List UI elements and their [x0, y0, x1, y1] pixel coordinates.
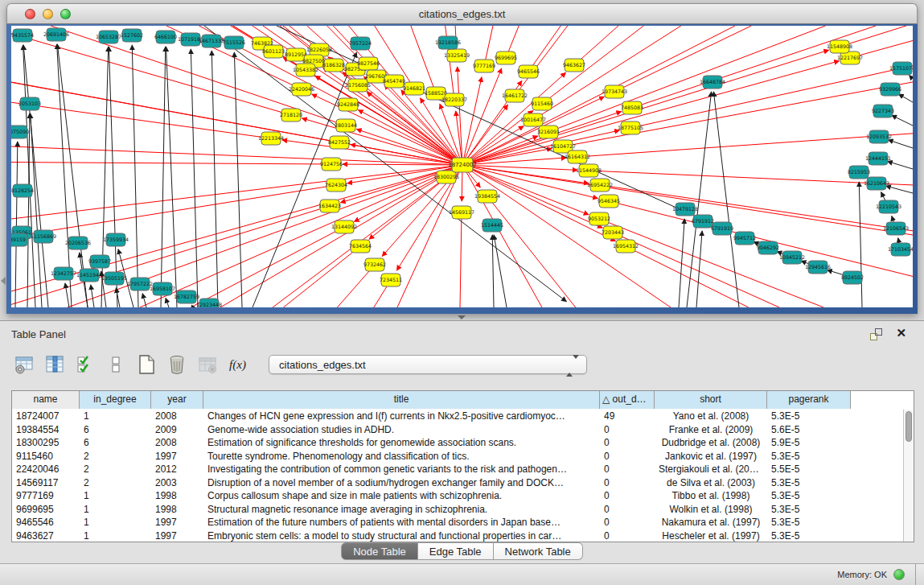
graph-node[interactable]: 12444151 [865, 152, 891, 165]
graph-node[interactable]: 18775105 [618, 122, 643, 134]
graph-node[interactable]: 6466100 [154, 31, 177, 43]
graph-node[interactable]: 9053212 [588, 212, 610, 225]
graph-node[interactable]: 2053103 [18, 97, 41, 110]
graph-node[interactable]: 12093532 [866, 130, 892, 143]
column-header-short[interactable]: short [655, 391, 767, 409]
graph-node[interactable]: 10945212 [779, 251, 805, 264]
show-column-icon[interactable] [43, 354, 65, 376]
graph-node[interactable]: 12923448 [196, 299, 222, 307]
graph-node[interactable]: 8186328 [322, 59, 345, 72]
graph-node[interactable]: 18724007 [448, 158, 477, 172]
graph-node[interactable]: 1634423 [318, 200, 341, 212]
graph-node[interactable]: 7203443 [602, 226, 624, 239]
graph-node[interactable]: 6791919 [711, 222, 733, 235]
graph-node[interactable]: 12210543 [876, 200, 901, 213]
graph-node[interactable]: 16648784 [700, 76, 725, 89]
graph-node[interactable]: 16210643 [864, 177, 889, 190]
graph-node[interactable]: 7634564 [349, 240, 372, 253]
graph-node[interactable]: 13505195 [101, 272, 127, 285]
graph-node[interactable]: 12213344 [258, 132, 284, 145]
column-header-name[interactable]: name [12, 391, 80, 409]
graph-node[interactable]: 10719185 [178, 33, 203, 46]
delete-rows-icon[interactable] [166, 354, 187, 376]
graph-node[interactable]: 10479128 [672, 203, 698, 216]
table-row[interactable]: 946554611997Estimation of the future num… [12, 516, 903, 529]
graph-node[interactable]: 9227343 [872, 105, 894, 117]
graph-node[interactable]: 10543382 [293, 64, 318, 76]
graph-node[interactable]: 16954222 [587, 179, 613, 192]
graph-node[interactable]: 9546345 [598, 195, 620, 208]
splitter-collapse-icon[interactable] [458, 315, 466, 319]
graph-node[interactable]: 9115460 [531, 97, 553, 110]
graph-node[interactable]: 21756085 [345, 79, 371, 92]
close-panel-icon[interactable]: ✕ [896, 326, 906, 340]
tab-network-table[interactable]: Network Table [494, 542, 583, 560]
graph-node[interactable]: 16958107 [150, 282, 175, 295]
graph-node[interactable]: 15751074 [889, 62, 913, 75]
graph-node[interactable]: 7957224 [349, 37, 372, 50]
graph-node[interactable]: 9435574 [11, 29, 34, 42]
graph-node[interactable]: 18220337 [441, 93, 467, 106]
graph-node[interactable]: 39159 [11, 233, 27, 246]
graph-node[interactable]: 7515526 [223, 36, 245, 49]
graph-node[interactable]: 12106543 [883, 222, 909, 235]
graph-node[interactable]: 14671338 [199, 35, 224, 47]
graph-node[interactable]: 6791912 [692, 215, 714, 228]
graph-node[interactable]: 9463627 [563, 59, 585, 72]
column-header-title[interactable]: title [203, 391, 600, 409]
graph-node[interactable]: 11451944 [76, 269, 102, 282]
graph-node[interactable]: 19218586 [435, 36, 461, 49]
graph-node[interactable]: 9827546 [357, 57, 380, 70]
column-header-in_degree[interactable]: in_degree [80, 391, 151, 409]
graph-node[interactable]: 2718120 [280, 109, 302, 122]
west-panel-collapse-icon[interactable] [1, 277, 6, 285]
graph-node[interactable]: 1075090 [11, 126, 29, 138]
graph-node[interactable]: 11548908 [827, 40, 852, 53]
graph-node[interactable]: 16461722 [502, 89, 528, 102]
graph-node[interactable]: 7485083 [621, 101, 643, 114]
graph-node[interactable]: 16782759 [174, 290, 199, 303]
graph-node[interactable]: 12342757 [51, 267, 76, 280]
graph-node[interactable]: 14569117 [449, 206, 474, 219]
table-row[interactable]: 1456911722003Disruption of a novel membe… [12, 476, 903, 490]
graph-node[interactable]: 11544908 [576, 164, 602, 177]
delete-table-icon[interactable] [196, 354, 218, 376]
table-row[interactable]: 977716911998Corpus callosum shape and si… [12, 489, 903, 503]
graph-node[interactable]: 19384554 [474, 190, 500, 203]
graph-node[interactable]: 20691406 [43, 28, 69, 41]
graph-node[interactable]: 7624304 [325, 179, 347, 192]
table-row[interactable]: 911546021997Tourette syndrome. Phenomeno… [12, 450, 903, 463]
graph-node[interactable]: 1527602 [121, 29, 143, 42]
graph-node[interactable]: 11156869 [31, 230, 56, 243]
table-row[interactable]: 1938455462009Genome-wide association stu… [12, 423, 903, 437]
window-titlebar[interactable]: citations_edges.txt [6, 3, 918, 24]
graph-node[interactable]: 10653287 [96, 31, 121, 43]
network-graph[interactable]: 7463822860112389129541822605898275098186… [11, 26, 913, 307]
table-settings-icon[interactable] [13, 354, 35, 376]
graph-node[interactable]: 12945616 [805, 261, 831, 274]
graph-node[interactable]: 9699695 [495, 51, 517, 64]
graph-node[interactable]: 13144092 [331, 220, 357, 233]
network-canvas[interactable]: 7463822860112389129541822605898275098186… [11, 26, 913, 307]
graph-node[interactable]: 8215953 [848, 166, 870, 179]
tab-edge-table[interactable]: Edge Table [418, 542, 494, 560]
tab-node-table[interactable]: Node Table [341, 542, 418, 560]
column-header-year[interactable]: year [151, 391, 203, 409]
table-row[interactable]: 946362711997Embryonic stem cells: a mode… [12, 529, 903, 543]
graph-node[interactable]: 8427552 [328, 136, 351, 149]
graph-node[interactable]: 17103454 [888, 243, 913, 256]
table-row[interactable]: 1830029562008Estimation of significance … [12, 436, 903, 450]
graph-node[interactable]: 1514445 [481, 219, 503, 232]
graph-node[interactable]: 20206536 [65, 237, 91, 249]
table-row[interactable]: 1872400712008Changes of HCN gene express… [12, 410, 903, 423]
graph-node[interactable]: 22420046 [289, 83, 314, 96]
graph-node[interactable]: 16164312 [565, 150, 590, 163]
select-all-icon[interactable] [74, 354, 96, 376]
graph-node[interactable]: 9777169 [473, 60, 495, 72]
graph-node[interactable]: 19734743 [602, 85, 627, 98]
graph-node[interactable]: 17957222 [127, 278, 153, 290]
graph-node[interactable]: 1588520 [425, 87, 447, 100]
table-row[interactable]: 2242004622012Investigating the contribut… [12, 463, 903, 476]
graph-node[interactable]: 9329966 [879, 83, 901, 96]
graph-node[interactable]: 9242848 [337, 98, 359, 111]
